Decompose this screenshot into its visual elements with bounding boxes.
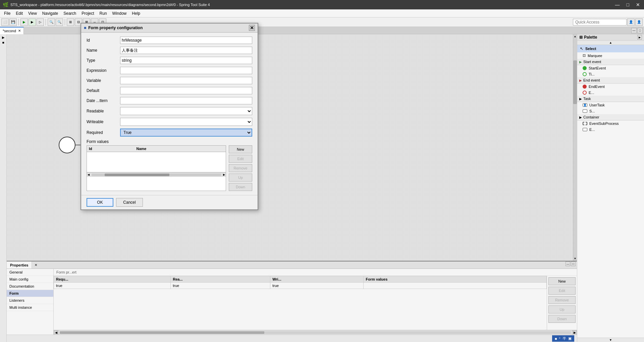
props-item-multiinstance[interactable]: Multi instance	[7, 304, 53, 311]
properties-tab[interactable]: Properties	[7, 261, 32, 268]
palette-item-eventsubprocess[interactable]: EventSubProcess	[577, 120, 644, 127]
variable-input[interactable]	[120, 77, 252, 84]
palette-section-end-event[interactable]: ▶ End event	[577, 77, 644, 84]
fv-scroll-right[interactable]: ▶	[222, 173, 226, 176]
dialog-title: Form property configuration	[88, 26, 143, 30]
expression-input[interactable]	[120, 67, 252, 74]
bpmn-start-event[interactable]	[59, 137, 75, 153]
menu-edit[interactable]: Edit	[13, 10, 25, 16]
properties-tab-close[interactable]: ✕	[33, 261, 39, 268]
menu-file[interactable]: File	[1, 10, 13, 16]
maximize-button[interactable]: □	[625, 2, 631, 7]
hscroll-right-arrow[interactable]: ▶	[572, 330, 577, 335]
tab-min[interactable]: —	[631, 28, 637, 33]
fv-edit-button[interactable]: Edit	[229, 155, 252, 163]
props-new-button[interactable]: New	[548, 277, 576, 285]
props-max-btn[interactable]: □	[571, 261, 576, 266]
type-input[interactable]	[120, 57, 252, 64]
fv-row-id	[87, 152, 134, 172]
end-event-icon	[583, 85, 587, 89]
props-item-listeners[interactable]: Listeners	[7, 297, 53, 304]
props-down-button[interactable]: Down	[548, 315, 576, 323]
palette-item-start-event[interactable]: StartEvent	[577, 65, 644, 71]
left-sidebar-icon2[interactable]: ■	[2, 41, 4, 44]
menu-search[interactable]: Search	[61, 10, 79, 16]
props-item-documentation[interactable]: Documentation	[7, 283, 53, 290]
fv-new-button[interactable]: New	[229, 145, 252, 153]
second-tab[interactable]: *second ✕	[0, 27, 24, 34]
palette-item-end-event[interactable]: EndEvent	[577, 84, 644, 90]
menu-help[interactable]: Help	[129, 10, 143, 16]
palette-item-extra[interactable]: E...	[577, 127, 644, 133]
minimize-button[interactable]: —	[614, 2, 621, 7]
menu-project[interactable]: Project	[79, 10, 97, 16]
palette-scroll-up[interactable]: ▲	[577, 41, 644, 45]
tab-max[interactable]: □	[637, 28, 643, 33]
toolbar-btn-misc1[interactable]: ⊞	[67, 18, 74, 26]
palette-collapse-btn[interactable]: ▶	[637, 35, 642, 40]
palette-scroll-down[interactable]: ▼	[577, 338, 644, 342]
start-event-section-label: Start event	[583, 60, 601, 64]
fv-remove-button[interactable]: Remove	[229, 164, 252, 172]
properties-table: Requ... Rea... Wri... Form values true	[54, 276, 547, 289]
palette-item-task2[interactable]: S...	[577, 108, 644, 114]
dialog-cancel-button[interactable]: Cancel	[116, 198, 143, 207]
props-item-mainconfig[interactable]: Main config	[7, 276, 53, 283]
title-bar-controls: — □ ✕	[614, 2, 641, 7]
fv-up-button[interactable]: Up	[229, 174, 252, 182]
props-up-button[interactable]: Up	[548, 305, 576, 313]
palette-item-marquee[interactable]: ⊡ Marquee	[577, 52, 644, 59]
id-input[interactable]	[120, 37, 252, 44]
canvas-scroll-up[interactable]: ▲	[573, 34, 577, 39]
menu-window[interactable]: Window	[110, 10, 129, 16]
required-select[interactable]: True false	[120, 129, 252, 137]
props-hscrollbar[interactable]: ◀ ▶	[54, 330, 577, 335]
quick-access-input[interactable]	[573, 19, 627, 26]
dialog-ok-button[interactable]: OK	[87, 198, 113, 207]
props-min-btn[interactable]: —	[566, 261, 570, 266]
menu-run[interactable]: Run	[97, 10, 110, 16]
toolbar-zoom-in[interactable]: 🔍	[48, 18, 55, 26]
fv-scroll-left[interactable]: ◀	[87, 173, 90, 176]
date-pattern-input[interactable]	[120, 97, 252, 104]
name-input[interactable]	[120, 47, 252, 54]
toolbar-save[interactable]: 💾	[9, 18, 17, 26]
default-input[interactable]	[120, 87, 252, 94]
close-button[interactable]: ✕	[635, 2, 641, 7]
tab-controls: — □	[630, 28, 644, 33]
palette-item-end-event-2[interactable]: E...	[577, 90, 644, 96]
menu-view[interactable]: View	[25, 10, 40, 16]
left-sidebar-icon1[interactable]: ▶	[2, 36, 5, 39]
palette-endevent2-label: E...	[589, 91, 594, 95]
writeable-select[interactable]: true false	[120, 118, 252, 126]
toolbar-user2[interactable]: 👤	[635, 18, 643, 26]
palette-section-task[interactable]: ▶ Task	[577, 96, 644, 102]
props-edit-button[interactable]: Edit	[548, 287, 576, 295]
second-tab-label: *second	[3, 29, 16, 33]
dialog-close-btn[interactable]: ✕	[249, 25, 255, 31]
toolbar-debug[interactable]: ▶	[20, 18, 28, 26]
props-item-form[interactable]: Form	[7, 290, 53, 297]
props-remove-button[interactable]: Remove	[548, 296, 576, 304]
props-item-general[interactable]: General	[7, 269, 53, 276]
second-tab-close[interactable]: ✕	[18, 29, 21, 33]
palette-item-start-event-2[interactable]: Ti...	[577, 71, 644, 77]
palette-section-container[interactable]: ▶ Container	[577, 114, 644, 120]
palette-item-usertask[interactable]: 👤 UserTask	[577, 102, 644, 108]
toolbar-user1[interactable]: 👤	[627, 18, 635, 26]
palette-section-start-event[interactable]: ▶ Start event	[577, 59, 644, 65]
task-section-label: Task	[583, 97, 591, 101]
canvas-vscrollbar[interactable]: ▲ ▼	[573, 34, 577, 261]
toolbar-run[interactable]: ▶	[29, 18, 36, 26]
fv-down-button[interactable]: Down	[229, 183, 252, 191]
props-col-readable: Rea...	[171, 276, 270, 283]
toolbar-run2[interactable]: ▷	[37, 18, 44, 26]
readable-select[interactable]: true false	[120, 107, 252, 115]
toolbar-zoom-out[interactable]: 🔍	[56, 18, 63, 26]
menu-navigate[interactable]: Navigate	[40, 10, 61, 16]
fv-hscrollbar[interactable]: ◀ ▶	[87, 172, 226, 177]
hscroll-left-arrow[interactable]: ◀	[54, 330, 58, 335]
palette-item-select[interactable]: ↖ Select	[577, 45, 644, 52]
canvas-scroll-down[interactable]: ▼	[573, 256, 577, 261]
toolbar-new[interactable]: ⬜	[1, 18, 9, 26]
